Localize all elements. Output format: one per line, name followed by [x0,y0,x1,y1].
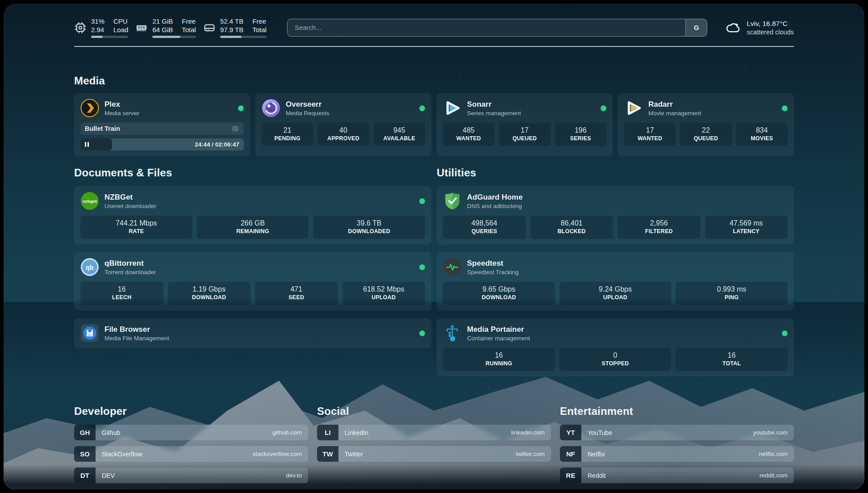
header: 31% 2.94 CPU Load [74,17,794,38]
memory-icon [135,21,148,34]
bookmark-name: Twitter [345,451,363,458]
bookmark-url: linkedin.com [511,429,545,436]
overseerr-icon [262,99,280,117]
bookmark-abbr: LI [317,425,338,440]
weather-condition: scattered clouds [747,28,794,36]
stat-ping: 0.993 ms PING [676,282,788,305]
window-frame: 31% 2.94 CPU Load [0,0,868,493]
bookmark-url: github.com [272,429,302,436]
bookmark-twitter[interactable]: TW Twitter twitter.com [317,446,551,462]
service-name: Media Portainer [467,325,530,334]
service-card-adguard[interactable]: AdGuard Home DNS and adblocking 498,564 … [437,186,794,244]
stat-wanted: 17 WANTED [624,123,676,146]
service-description: DNS and adblocking [467,202,523,210]
bookmark-url: stackoverflow.com [253,451,302,457]
stat-total: 16 TOTAL [676,348,788,371]
bookmark-abbr: GH [74,425,96,440]
stat-downloaded: 39.6 TB DOWNLOADED [313,216,425,239]
bookmark-url: reddit.com [760,472,788,479]
bookmark-url: youtube.com [753,429,788,436]
bookmark-url: dev.to [286,472,302,479]
service-description: Media File Management [104,334,169,342]
status-dot [419,105,425,111]
status-dot [782,330,788,336]
bookmark-abbr: TW [317,446,338,462]
memory-label-total: Total [182,25,196,34]
bookmark-stackoverflow[interactable]: SO StackOverflow stackoverflow.com [74,446,308,462]
service-card-portainer[interactable]: Media Portainer Container management 16 … [437,318,794,376]
playback-progress-bar[interactable]: 24:44 / 02:06:47 [80,138,244,150]
search-input[interactable] [288,19,686,36]
bookmark-name: Reddit [588,472,605,479]
memory-total-value: 64 GiB [152,25,173,34]
bookmark-group-developer: Developer GH Github github.com SO StackO… [74,405,308,489]
service-description: Torrent downloader [104,268,156,276]
search-provider-button[interactable]: G [685,19,707,36]
bookmark-name: LinkedIn [345,429,368,436]
stat-rate: 744.21 Mbps RATE [80,216,192,239]
stat-available: 945 AVAILABLE [374,123,425,146]
service-card-sonarr[interactable]: Sonarr Series management 485 WANTED 17 Q… [437,93,613,156]
section-heading-entertainment: Entertainment [560,405,794,418]
plex-icon [80,99,99,117]
stat-pending: 21 PENDING [262,123,313,146]
service-description: Usenet downloader [104,202,156,210]
sonarr-icon [443,99,462,117]
disk-total-value: 97.9 TB [220,25,243,34]
speedtest-icon [443,258,462,276]
service-name: Speedtest [467,259,519,268]
homepage-dashboard: 31% 2.94 CPU Load [4,4,864,489]
utilities-column: Utilities [437,167,794,376]
bookmark-youtube[interactable]: YT YouTube youtube.com [560,425,794,440]
service-card-nzbget[interactable]: nzbget NZBGet Usenet downloader 744.21 M… [74,186,431,244]
bookmark-dev[interactable]: DT DEV dev.to [74,468,308,483]
status-dot [419,330,425,336]
cpu-icon [74,21,87,34]
section-heading-utilities: Utilities [437,167,794,179]
weather-location-temp: Lviv, 16.87°C [747,19,794,28]
stat-download: 9.65 Gbps DOWNLOAD [443,282,555,305]
disk-progress-bar [220,36,267,38]
disk-label-free: Free [252,17,267,25]
bookmark-name: Github [102,429,120,436]
bookmark-abbr: YT [560,425,581,440]
stat-leech: 16 LEECH [80,282,163,305]
stat-approved: 40 APPROVED [317,123,369,146]
filebrowser-icon [80,324,99,343]
service-card-radarr[interactable]: Radarr Movie management 17 WANTED 22 QUE… [618,93,794,156]
stat-running: 16 RUNNING [443,348,555,371]
service-description: Media server [104,109,139,117]
now-playing-row: Bullet Train [80,122,244,135]
stat-movies: 834 MOVIES [736,123,788,146]
service-card-overseerr[interactable]: Overseerr Media Requests 21 PENDING 40 A… [255,93,431,156]
service-card-filebrowser[interactable]: File Browser Media File Management [74,318,431,348]
weather-widget[interactable]: Lviv, 16.87°C scattered clouds [725,19,794,36]
service-card-plex[interactable]: Plex Media server Bullet Train [74,93,250,156]
search-bar[interactable]: G [287,19,708,37]
status-dot [782,105,788,111]
bookmark-name: StackOverflow [102,451,142,458]
qbittorrent-icon: qb [80,258,99,276]
service-description: Series management [467,109,521,117]
bookmark-name: YouTube [588,429,612,436]
svg-text:nzbget: nzbget [83,199,97,204]
service-name: Overseerr [286,100,330,109]
cpu-progress-bar [91,36,128,38]
bookmarks-section: Developer GH Github github.com SO StackO… [74,405,794,489]
bookmark-abbr: SO [74,446,96,462]
bookmark-reddit[interactable]: RE Reddit reddit.com [560,468,794,483]
service-card-speedtest[interactable]: Speedtest Speedtest Tracking 9.65 Gbps D… [437,252,794,310]
bookmark-github[interactable]: GH Github github.com [74,425,308,440]
bookmark-abbr: DT [74,468,96,483]
stat-upload: 618.52 Mbps UPLOAD [342,282,426,305]
section-heading-media: Media [74,75,794,87]
disk-label-total: Total [252,25,267,34]
bookmark-url: twitter.com [516,451,545,457]
bookmark-linkedin[interactable]: LI LinkedIn linkedin.com [317,425,551,440]
header-divider [74,46,794,47]
bookmark-netflix[interactable]: NF Netflix netflix.com [560,446,794,462]
stat-queries: 498,564 QUERIES [443,216,526,239]
service-card-qbittorrent[interactable]: qb qBittorrent Torrent downloader 16 [74,252,431,310]
portainer-icon [443,324,462,343]
stat-seed: 471 SEED [255,282,338,305]
